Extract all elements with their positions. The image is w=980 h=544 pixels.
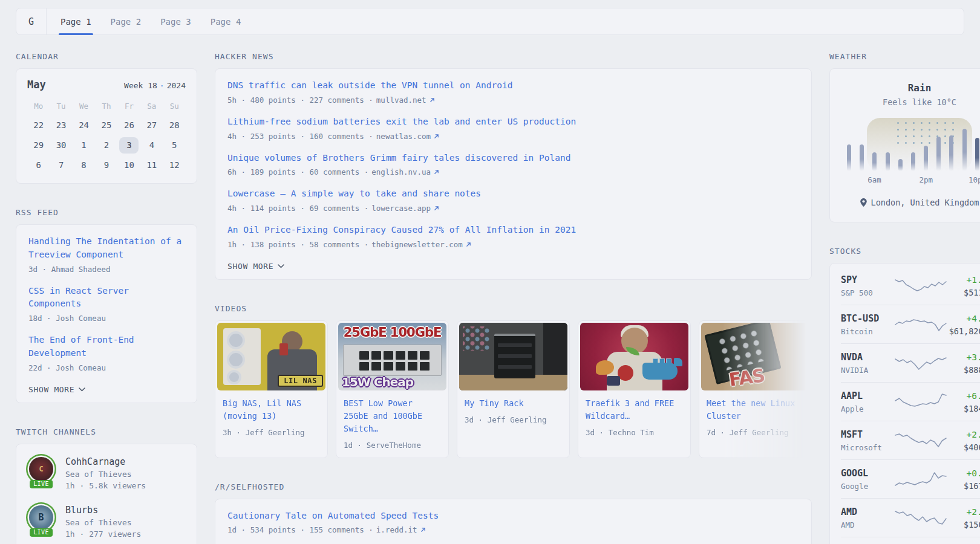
channel-name[interactable]: Blurbs	[65, 504, 141, 516]
rss-show-more-button[interactable]: SHOW MORE	[28, 385, 85, 394]
center-column: HACKER NEWS DNS traffic can leak outside…	[215, 35, 812, 544]
videos-row: LIL NAS Big NAS, Lil NAS (moving 13) 3h …	[215, 320, 812, 458]
hn-item-title[interactable]: DNS traffic can leak outside the VPN tun…	[227, 79, 799, 92]
rss-item-title[interactable]: The End of Front-End Development	[28, 334, 185, 360]
stock-price: $150.50	[947, 520, 980, 529]
video-card[interactable]: My Tiny Rack 3d · Jeff Geerling	[457, 320, 570, 458]
hn-item-title[interactable]: Lithium-free sodium batteries exit the l…	[227, 115, 799, 129]
video-title[interactable]: Big NAS, Lil NAS (moving 13)	[223, 397, 320, 423]
twitch-channel-row[interactable]: B LIVE Blurbs Sea of Thieves 1h · 277 vi…	[27, 504, 186, 539]
hn-show-more-button[interactable]: SHOW MORE	[227, 262, 284, 271]
weekday-label: Fr	[118, 99, 140, 114]
video-card[interactable]: 25GbE 100GbE 15W Cheap BEST Low Power 25…	[336, 320, 449, 458]
video-thumbnail[interactable]: 25GbE 100GbE 15W Cheap	[338, 323, 446, 390]
hn-item: Unique volumes of Brothers Grimm fairy t…	[227, 152, 799, 177]
video-thumbnail[interactable]	[459, 323, 567, 390]
stock-change: +2.97%	[947, 507, 980, 517]
video-title[interactable]: Traefik 3 and FREE Wildcard…	[586, 397, 683, 423]
stock-row[interactable]: AAPLApple +6.63%$184.51	[841, 382, 980, 421]
app-logo[interactable]: G	[16, 8, 47, 34]
stock-row[interactable]: MSFTMicrosoft +2.24%$406.76	[841, 421, 980, 459]
video-thumbnail[interactable]	[580, 323, 688, 390]
reddit-item: Cautionary Tale on Automated Speed Tests…	[227, 510, 799, 535]
chevron-down-icon	[278, 264, 284, 268]
hn-item-title[interactable]: Lowercase – A simple way to take and sha…	[227, 187, 799, 201]
hour-axis-labels: 6am 2pm 10pm	[847, 175, 980, 184]
video-thumbnail[interactable]: LIL NAS	[217, 323, 325, 390]
video-card[interactable]: Traefik 3 and FREE Wildcard… 3d · Techno…	[578, 320, 691, 458]
stock-symbol: AMD	[841, 507, 894, 517]
calendar-date: 6	[27, 157, 50, 173]
dashboard-page: G Page 1 Page 2 Page 3 Page 4 CALENDAR M…	[0, 0, 980, 544]
tab-page-3[interactable]: Page 3	[158, 8, 193, 34]
calendar-section-title: CALENDAR	[16, 52, 197, 61]
weather-condition: Rain	[842, 82, 980, 94]
video-card[interactable]: FAS Meet the new Linux Cluster 7d · Jeff…	[699, 320, 812, 458]
stock-row[interactable]: BTC-USDBitcoin +4.56%$61,820.02	[841, 305, 980, 343]
tab-page-1[interactable]: Page 1	[59, 8, 93, 34]
video-title[interactable]: BEST Low Power 25GbE and 100GbE Switch…	[344, 397, 441, 435]
stock-row[interactable]: GOOGLGoogle +0.25%$167.03	[841, 459, 980, 498]
live-badge: LIVE	[30, 528, 53, 537]
stock-name: AMD	[841, 520, 894, 529]
stock-price: $888.12	[947, 365, 980, 375]
calendar-date: 25	[95, 117, 117, 134]
calendar-date-selected: 3	[118, 137, 140, 154]
stock-row[interactable]: SPYS&P 500 +1.32%$511.69	[841, 267, 980, 305]
stock-symbol: BTC-USD	[841, 313, 894, 324]
rss-item-meta: 18d · Josh Comeau	[28, 314, 185, 323]
hn-item-title[interactable]: Unique volumes of Brothers Grimm fairy t…	[227, 152, 799, 165]
reddit-item-meta: 1d · 534 points · 155 comments · i.redd.…	[227, 525, 799, 534]
rss-section-title: RSS FEED	[16, 208, 197, 217]
calendar-date: 8	[73, 157, 95, 173]
hn-item-domain[interactable]: thebignewsletter.com	[371, 240, 463, 249]
video-thumbnail[interactable]: FAS	[701, 323, 809, 390]
calendar-date: 29	[27, 137, 50, 154]
calendar-date: 7	[50, 157, 72, 173]
stock-change: +1.32%	[947, 275, 980, 285]
twitch-channel-row[interactable]: C LIVE CohhCarnage Sea of Thieves 1h · 5…	[27, 455, 186, 490]
calendar-month: May	[27, 79, 46, 91]
temperature-bars	[847, 128, 980, 171]
temperature-bar	[872, 152, 877, 171]
stock-sparkline	[894, 354, 947, 373]
video-title[interactable]: My Tiny Rack	[465, 397, 562, 410]
external-link-icon	[430, 97, 435, 103]
channel-name[interactable]: CohhCarnage	[65, 455, 146, 467]
weather-location: London, United Kingdom	[842, 198, 980, 207]
thumbnail-text: 25GbE 100GbE	[338, 325, 446, 340]
rss-item-meta: 22d · Josh Comeau	[28, 363, 185, 372]
external-link-icon	[420, 527, 426, 533]
hn-item-domain[interactable]: mullvad.net	[376, 96, 426, 105]
stock-sparkline	[894, 431, 947, 450]
weekday-label: Th	[95, 99, 117, 114]
reddit-item-domain[interactable]: i.redd.it	[376, 525, 417, 534]
video-title[interactable]: Meet the new Linux Cluster	[707, 397, 804, 423]
stock-row[interactable]: RDDT -1.59%	[841, 537, 980, 544]
stock-price: $167.03	[947, 481, 980, 491]
stock-row[interactable]: NVDANVIDIA +3.49%$888.12	[841, 343, 980, 382]
week-separator-dot: ·	[160, 81, 165, 90]
rss-item-title[interactable]: Handling The Indentation of a Treeview C…	[28, 235, 185, 262]
rss-item-title[interactable]: CSS in React Server Components	[28, 285, 185, 311]
hn-item-domain[interactable]: english.nv.ua	[371, 167, 431, 176]
avatar: C	[29, 457, 53, 481]
stock-row[interactable]: AMDAMD +2.97%$150.50	[841, 498, 980, 537]
page-tabs: Page 1 Page 2 Page 3 Page 4	[59, 8, 243, 34]
hn-item-domain[interactable]: lowercase.app	[371, 204, 431, 213]
stock-sparkline	[894, 470, 947, 489]
calendar-date: 10	[118, 157, 140, 173]
calendar-date: 23	[50, 117, 72, 134]
reddit-item-title[interactable]: Cautionary Tale on Automated Speed Tests	[227, 510, 799, 523]
tab-page-2[interactable]: Page 2	[109, 8, 143, 34]
twitch-section-title: TWITCH CHANNELS	[16, 427, 197, 436]
video-card[interactable]: LIL NAS Big NAS, Lil NAS (moving 13) 3h …	[215, 320, 328, 458]
reddit-section-title: /R/SELFHOSTED	[215, 482, 812, 491]
thumbnail-text: 15W Cheap	[342, 375, 413, 389]
weekday-label: Su	[163, 99, 186, 114]
tab-page-4[interactable]: Page 4	[209, 8, 243, 34]
stock-name: S&P 500	[841, 288, 894, 297]
hn-item-title[interactable]: An Oil Price-Fixing Conspiracy Caused 27…	[227, 224, 799, 237]
stock-price: $406.76	[947, 442, 980, 452]
hn-item-domain[interactable]: newatlas.com	[376, 132, 431, 141]
